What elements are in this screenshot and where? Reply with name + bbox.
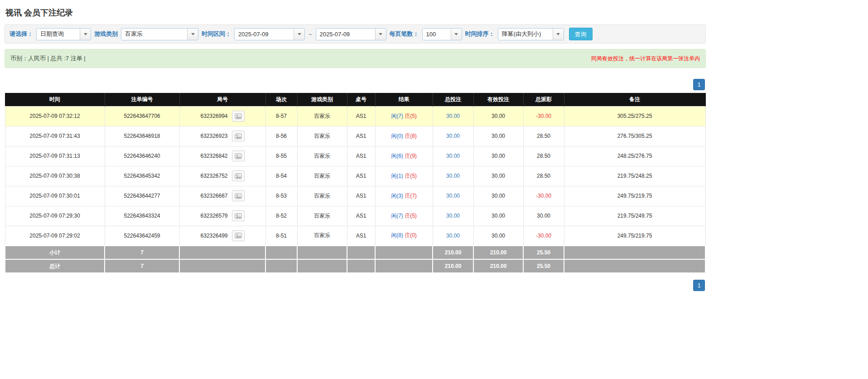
select-type-dropdown-button[interactable]	[80, 29, 91, 40]
date-to-dropdown-button[interactable]	[375, 29, 386, 40]
replay-icon	[235, 133, 242, 139]
cell-time: 2025-07-09 07:31:43	[5, 126, 105, 146]
summary-row: 总计7210.00210.0025.50	[5, 259, 705, 273]
cell-round-id: 632326923	[179, 126, 265, 146]
column-header: 有效投注	[473, 93, 523, 106]
result-player: 闲(7)	[391, 113, 403, 119]
select-type-input[interactable]	[37, 29, 80, 40]
cell-session: 8-55	[265, 146, 297, 166]
chevron-down-icon	[84, 33, 87, 35]
date-to-input[interactable]	[316, 29, 375, 40]
round-replay-button[interactable]	[232, 210, 245, 221]
cell-valid-bet: 30.00	[473, 126, 523, 146]
cell-round-id: 632326579	[179, 206, 265, 226]
cell-bet-id: 522643643324	[105, 206, 179, 226]
round-id-text: 632326667	[200, 193, 227, 199]
cell-result: 闲(1) 庄(5)	[375, 166, 433, 186]
sort-dropdown-button[interactable]	[553, 29, 564, 40]
sort-label: 时间排序：	[465, 30, 495, 38]
cell-note: 276.75/305.25	[564, 126, 705, 146]
cell-note: 305.25/275.25	[564, 106, 705, 126]
page-1-button[interactable]: 1	[693, 79, 705, 90]
cell-total-bet: 30.00	[433, 206, 473, 226]
cell-bet-id: 522643646240	[105, 146, 179, 166]
table-row: 2025-07-09 07:32:12522643647706632326994…	[5, 106, 705, 126]
round-replay-button[interactable]	[232, 230, 245, 241]
cell-time: 2025-07-09 07:29:02	[5, 226, 105, 246]
cell-game-type: 百家乐	[297, 186, 347, 206]
total-bet-link[interactable]: 30.00	[446, 233, 460, 239]
column-header: 总派彩	[523, 93, 564, 106]
cell-session: 8-51	[265, 226, 297, 246]
round-id-text: 632326752	[200, 173, 227, 179]
cell-session: 8-56	[265, 126, 297, 146]
summary-empty	[179, 246, 265, 259]
cell-valid-bet: 30.00	[473, 166, 523, 186]
cell-valid-bet: 30.00	[473, 206, 523, 226]
sort-input[interactable]	[498, 29, 553, 40]
table-row: 2025-07-09 07:29:02522643642459632326499…	[5, 226, 705, 246]
result-player: 闲(1)	[391, 173, 403, 179]
summary-count: 7	[105, 246, 179, 259]
total-bet-link[interactable]: 30.00	[446, 213, 460, 219]
page-1-button[interactable]: 1	[693, 280, 705, 291]
column-header: 注单编号	[105, 93, 179, 106]
filter-bar: 请选择： 游戏类别 时间区间： ~ 每页笔数： 时间排序：	[5, 24, 706, 44]
round-replay-button[interactable]	[232, 111, 245, 121]
cell-round-id: 632326842	[179, 146, 265, 166]
game-type-label: 游戏类别	[94, 30, 118, 38]
summary-payout: 25.50	[523, 259, 564, 273]
date-to-combo	[316, 28, 386, 40]
chevron-down-icon	[556, 33, 560, 35]
result-banker: 庄(0)	[405, 232, 417, 238]
search-button[interactable]: 查询	[569, 28, 593, 40]
summary-empty	[265, 259, 297, 273]
column-header: 桌号	[347, 93, 375, 106]
round-id-text: 632326579	[200, 213, 227, 219]
total-bet-link[interactable]: 30.00	[446, 173, 460, 179]
page-title: 视讯 会员下注纪录	[5, 5, 706, 24]
summary-empty	[347, 259, 375, 273]
round-replay-button[interactable]	[232, 131, 245, 141]
cell-note: 219.75/249.75	[564, 206, 705, 226]
total-bet-link[interactable]: 30.00	[446, 153, 460, 159]
summary-bar: 币别：人民币 | 总共 :7 注单 | 同局有效投注，统一计算在该局第一张注单内	[5, 49, 706, 68]
select-type-label: 请选择：	[10, 30, 33, 38]
date-from-dropdown-button[interactable]	[294, 29, 304, 40]
result-banker: 庄(9)	[405, 153, 417, 159]
game-type-dropdown-button[interactable]	[187, 29, 198, 40]
total-bet-link[interactable]: 30.00	[446, 113, 460, 119]
round-replay-button[interactable]	[232, 170, 245, 181]
per-page-input[interactable]	[423, 29, 451, 40]
cell-round-id: 632326752	[179, 166, 265, 186]
cell-payout: 28.50	[523, 126, 564, 146]
summary-valid-bet: 210.00	[473, 246, 523, 259]
cell-table-no: AS1	[347, 146, 375, 166]
date-from-input[interactable]	[235, 29, 294, 40]
result-banker: 庄(7)	[405, 193, 417, 199]
summary-total-bet: 210.00	[433, 259, 473, 273]
cell-total-bet: 30.00	[433, 226, 473, 246]
cell-game-type: 百家乐	[297, 206, 347, 226]
round-replay-button[interactable]	[232, 151, 245, 161]
cell-bet-id: 522643644277	[105, 186, 179, 206]
total-bet-link[interactable]: 30.00	[446, 133, 460, 139]
cell-game-type: 百家乐	[297, 126, 347, 146]
cell-session: 8-53	[265, 186, 297, 206]
summary-empty	[347, 246, 375, 259]
per-page-combo	[422, 28, 462, 40]
round-id-text: 632326842	[200, 153, 227, 159]
cell-table-no: AS1	[347, 186, 375, 206]
summary-empty	[297, 246, 347, 259]
result-player: 闲(7)	[391, 213, 403, 219]
round-replay-button[interactable]	[232, 190, 245, 201]
table-row: 2025-07-09 07:31:43522643646918632326923…	[5, 126, 705, 146]
game-type-input[interactable]	[121, 29, 187, 40]
total-bet-link[interactable]: 30.00	[446, 193, 460, 199]
table-row: 2025-07-09 07:29:30522643643324632326579…	[5, 206, 705, 226]
result-player: 闲(0)	[391, 133, 403, 139]
result-player: 闲(8)	[391, 232, 403, 238]
table-row: 2025-07-09 07:31:13522643646240632326842…	[5, 146, 705, 166]
per-page-dropdown-button[interactable]	[451, 29, 462, 40]
chevron-down-icon	[379, 33, 382, 35]
